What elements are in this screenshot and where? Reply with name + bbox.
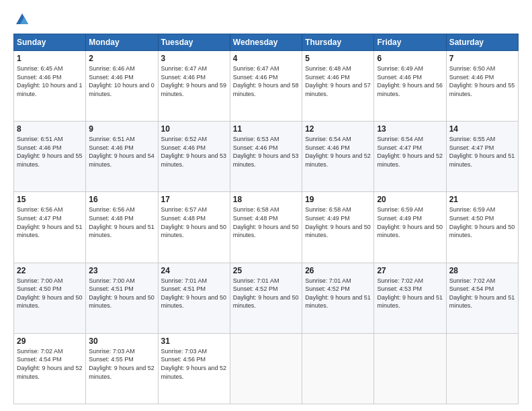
day-info: Sunrise: 6:47 AM Sunset: 4:46 PM Dayligh… bbox=[233, 64, 299, 98]
calendar-cell: 28 Sunrise: 7:02 AM Sunset: 4:54 PM Dayl… bbox=[446, 263, 518, 333]
day-number: 13 bbox=[377, 124, 443, 134]
day-number: 5 bbox=[305, 54, 371, 63]
day-number: 21 bbox=[449, 195, 515, 204]
day-number: 4 bbox=[233, 54, 299, 63]
day-info: Sunrise: 6:59 AM Sunset: 4:49 PM Dayligh… bbox=[377, 205, 443, 239]
day-info: Sunrise: 7:01 AM Sunset: 4:52 PM Dayligh… bbox=[233, 277, 299, 310]
calendar-cell: 1 Sunrise: 6:45 AM Sunset: 4:46 PM Dayli… bbox=[14, 51, 86, 122]
day-number: 1 bbox=[17, 54, 83, 63]
calendar-cell: 6 Sunrise: 6:49 AM Sunset: 4:46 PM Dayli… bbox=[374, 51, 446, 122]
calendar-header-row: SundayMondayTuesdayWednesdayThursdayFrid… bbox=[14, 34, 519, 51]
day-info: Sunrise: 7:01 AM Sunset: 4:51 PM Dayligh… bbox=[161, 277, 227, 310]
day-number: 28 bbox=[449, 266, 515, 275]
day-info: Sunrise: 7:01 AM Sunset: 4:52 PM Dayligh… bbox=[305, 277, 371, 310]
calendar-cell: 8 Sunrise: 6:51 AM Sunset: 4:46 PM Dayli… bbox=[14, 122, 86, 192]
day-info: Sunrise: 6:52 AM Sunset: 4:46 PM Dayligh… bbox=[161, 135, 227, 169]
calendar-cell: 15 Sunrise: 6:56 AM Sunset: 4:47 PM Dayl… bbox=[14, 192, 86, 263]
calendar-cell: 31 Sunrise: 7:03 AM Sunset: 4:56 PM Dayl… bbox=[158, 333, 230, 404]
day-info: Sunrise: 6:54 AM Sunset: 4:47 PM Dayligh… bbox=[377, 135, 443, 169]
day-number: 19 bbox=[305, 195, 371, 204]
calendar-header-monday: Monday bbox=[86, 34, 158, 51]
day-number: 9 bbox=[89, 124, 154, 134]
logo-icon bbox=[15, 12, 30, 27]
calendar-cell: 23 Sunrise: 7:00 AM Sunset: 4:51 PM Dayl… bbox=[86, 263, 158, 333]
calendar-cell: 12 Sunrise: 6:54 AM Sunset: 4:46 PM Dayl… bbox=[302, 122, 374, 192]
header bbox=[13, 12, 519, 27]
day-info: Sunrise: 6:57 AM Sunset: 4:48 PM Dayligh… bbox=[161, 205, 227, 239]
calendar-cell: 14 Sunrise: 6:55 AM Sunset: 4:47 PM Dayl… bbox=[446, 122, 518, 192]
calendar-week-5: 29 Sunrise: 7:02 AM Sunset: 4:54 PM Dayl… bbox=[14, 333, 519, 404]
day-info: Sunrise: 7:03 AM Sunset: 4:55 PM Dayligh… bbox=[89, 347, 154, 381]
day-number: 12 bbox=[305, 124, 371, 134]
day-number: 16 bbox=[89, 195, 154, 204]
day-info: Sunrise: 7:00 AM Sunset: 4:50 PM Dayligh… bbox=[17, 277, 83, 310]
calendar-header-wednesday: Wednesday bbox=[230, 34, 302, 51]
calendar-cell bbox=[446, 333, 518, 404]
day-info: Sunrise: 6:51 AM Sunset: 4:46 PM Dayligh… bbox=[17, 135, 83, 169]
day-info: Sunrise: 6:59 AM Sunset: 4:50 PM Dayligh… bbox=[449, 205, 515, 239]
calendar-cell: 2 Sunrise: 6:46 AM Sunset: 4:46 PM Dayli… bbox=[86, 51, 158, 122]
day-info: Sunrise: 6:56 AM Sunset: 4:48 PM Dayligh… bbox=[89, 205, 154, 239]
calendar-cell: 19 Sunrise: 6:58 AM Sunset: 4:49 PM Dayl… bbox=[302, 192, 374, 263]
day-number: 3 bbox=[161, 54, 227, 63]
day-info: Sunrise: 6:45 AM Sunset: 4:46 PM Dayligh… bbox=[17, 64, 83, 98]
day-info: Sunrise: 6:46 AM Sunset: 4:46 PM Dayligh… bbox=[89, 64, 154, 98]
calendar-cell: 25 Sunrise: 7:01 AM Sunset: 4:52 PM Dayl… bbox=[230, 263, 302, 333]
day-number: 14 bbox=[449, 124, 515, 134]
calendar-cell: 17 Sunrise: 6:57 AM Sunset: 4:48 PM Dayl… bbox=[158, 192, 230, 263]
day-number: 10 bbox=[161, 124, 227, 134]
day-number: 25 bbox=[233, 266, 299, 275]
day-number: 22 bbox=[17, 266, 83, 275]
calendar-cell: 11 Sunrise: 6:53 AM Sunset: 4:46 PM Dayl… bbox=[230, 122, 302, 192]
day-number: 18 bbox=[233, 195, 299, 204]
calendar-cell: 27 Sunrise: 7:02 AM Sunset: 4:53 PM Dayl… bbox=[374, 263, 446, 333]
calendar-cell: 5 Sunrise: 6:48 AM Sunset: 4:46 PM Dayli… bbox=[302, 51, 374, 122]
day-number: 23 bbox=[89, 266, 154, 275]
calendar-cell: 3 Sunrise: 6:47 AM Sunset: 4:46 PM Dayli… bbox=[158, 51, 230, 122]
calendar-cell: 7 Sunrise: 6:50 AM Sunset: 4:46 PM Dayli… bbox=[446, 51, 518, 122]
day-number: 27 bbox=[377, 266, 443, 275]
calendar-week-4: 22 Sunrise: 7:00 AM Sunset: 4:50 PM Dayl… bbox=[14, 263, 519, 333]
calendar-cell bbox=[374, 333, 446, 404]
day-info: Sunrise: 7:02 AM Sunset: 4:54 PM Dayligh… bbox=[17, 347, 83, 381]
calendar-week-3: 15 Sunrise: 6:56 AM Sunset: 4:47 PM Dayl… bbox=[14, 192, 519, 263]
day-number: 7 bbox=[449, 54, 515, 63]
day-info: Sunrise: 7:00 AM Sunset: 4:51 PM Dayligh… bbox=[89, 277, 154, 310]
calendar-cell: 13 Sunrise: 6:54 AM Sunset: 4:47 PM Dayl… bbox=[374, 122, 446, 192]
day-info: Sunrise: 6:53 AM Sunset: 4:46 PM Dayligh… bbox=[233, 135, 299, 169]
calendar-cell: 22 Sunrise: 7:00 AM Sunset: 4:50 PM Dayl… bbox=[14, 263, 86, 333]
day-number: 24 bbox=[161, 266, 227, 275]
day-number: 20 bbox=[377, 195, 443, 204]
day-number: 2 bbox=[89, 54, 154, 63]
calendar-cell: 20 Sunrise: 6:59 AM Sunset: 4:49 PM Dayl… bbox=[374, 192, 446, 263]
day-number: 15 bbox=[17, 195, 83, 204]
day-info: Sunrise: 7:02 AM Sunset: 4:54 PM Dayligh… bbox=[449, 277, 515, 310]
day-info: Sunrise: 7:03 AM Sunset: 4:56 PM Dayligh… bbox=[161, 347, 227, 381]
day-number: 31 bbox=[161, 336, 227, 346]
day-number: 11 bbox=[233, 124, 299, 134]
day-info: Sunrise: 7:02 AM Sunset: 4:53 PM Dayligh… bbox=[377, 277, 443, 310]
day-info: Sunrise: 6:51 AM Sunset: 4:46 PM Dayligh… bbox=[89, 135, 154, 169]
calendar-header-thursday: Thursday bbox=[302, 34, 374, 51]
day-number: 8 bbox=[17, 124, 83, 134]
calendar-week-2: 8 Sunrise: 6:51 AM Sunset: 4:46 PM Dayli… bbox=[14, 122, 519, 192]
day-info: Sunrise: 6:55 AM Sunset: 4:47 PM Dayligh… bbox=[449, 135, 515, 169]
calendar-cell bbox=[302, 333, 374, 404]
day-info: Sunrise: 6:58 AM Sunset: 4:49 PM Dayligh… bbox=[305, 205, 371, 239]
calendar-cell: 24 Sunrise: 7:01 AM Sunset: 4:51 PM Dayl… bbox=[158, 263, 230, 333]
calendar-table: SundayMondayTuesdayWednesdayThursdayFrid… bbox=[13, 34, 519, 404]
calendar-cell bbox=[230, 333, 302, 404]
calendar-header-sunday: Sunday bbox=[14, 34, 86, 51]
day-info: Sunrise: 6:58 AM Sunset: 4:48 PM Dayligh… bbox=[233, 205, 299, 239]
calendar-header-tuesday: Tuesday bbox=[158, 34, 230, 51]
calendar-cell: 10 Sunrise: 6:52 AM Sunset: 4:46 PM Dayl… bbox=[158, 122, 230, 192]
logo bbox=[13, 12, 30, 27]
calendar-cell: 9 Sunrise: 6:51 AM Sunset: 4:46 PM Dayli… bbox=[86, 122, 158, 192]
calendar-cell: 21 Sunrise: 6:59 AM Sunset: 4:50 PM Dayl… bbox=[446, 192, 518, 263]
calendar-cell: 26 Sunrise: 7:01 AM Sunset: 4:52 PM Dayl… bbox=[302, 263, 374, 333]
calendar-cell: 18 Sunrise: 6:58 AM Sunset: 4:48 PM Dayl… bbox=[230, 192, 302, 263]
calendar-cell: 30 Sunrise: 7:03 AM Sunset: 4:55 PM Dayl… bbox=[86, 333, 158, 404]
calendar-cell: 29 Sunrise: 7:02 AM Sunset: 4:54 PM Dayl… bbox=[14, 333, 86, 404]
calendar-cell: 4 Sunrise: 6:47 AM Sunset: 4:46 PM Dayli… bbox=[230, 51, 302, 122]
day-number: 29 bbox=[17, 336, 83, 346]
